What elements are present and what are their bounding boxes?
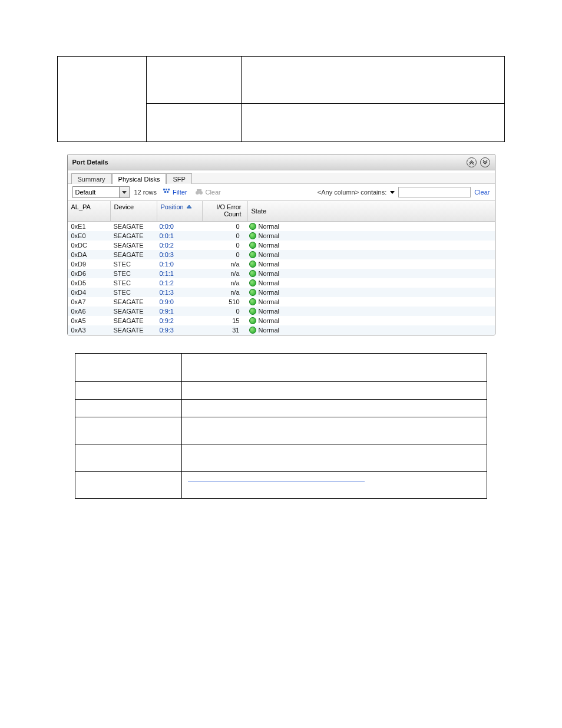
doc-table2-r1c1 [182, 382, 487, 400]
cell-state: Normal [246, 232, 294, 239]
cell-io-error: 510 [201, 298, 246, 305]
col-header-position[interactable]: Position [157, 201, 203, 221]
tab-summary[interactable]: Summary [71, 173, 112, 184]
cell-position[interactable]: 0:1:2 [156, 279, 201, 286]
cell-position[interactable]: 0:9:1 [156, 308, 201, 315]
cell-state: Normal [246, 242, 294, 249]
cell-state: Normal [246, 298, 294, 305]
state-text: Normal [259, 289, 279, 296]
state-text: Normal [259, 232, 279, 239]
table-row[interactable]: 0xA7SEAGATE0:9:0510Normal [68, 297, 495, 307]
cell-io-error: 0 [201, 251, 246, 258]
state-text: Normal [259, 279, 279, 286]
preset-dropdown[interactable] [72, 186, 130, 198]
search-clear-link[interactable]: Clear [474, 189, 490, 196]
cell-position[interactable]: 0:0:2 [156, 242, 201, 249]
cell-position[interactable]: 0:9:0 [156, 298, 201, 305]
table-row[interactable]: 0xA3SEAGATE0:9:331Normal [68, 325, 495, 335]
cell-state: Normal [246, 223, 294, 230]
doc-table1-r0c0 [58, 57, 147, 142]
cell-position[interactable]: 0:1:3 [156, 289, 201, 296]
grid-header: AL_PA Device Position I/O Error Count St… [68, 201, 495, 222]
table-row[interactable]: 0xA6SEAGATE0:9:10Normal [68, 307, 495, 316]
clear-filter-button: Clear [195, 189, 220, 196]
cell-io-error: 31 [201, 327, 246, 334]
sort-ascending-icon [186, 203, 192, 209]
cell-alpa: 0xD4 [68, 289, 110, 296]
status-normal-icon [249, 308, 256, 315]
svg-rect-7 [197, 189, 201, 192]
cell-alpa: 0xA3 [68, 327, 110, 334]
table-row[interactable]: 0xD9STEC0:1:0n/aNormal [68, 259, 495, 269]
filter-icon [163, 188, 171, 196]
collapse-up-icon[interactable] [467, 157, 477, 167]
cell-alpa: 0xDC [68, 242, 110, 249]
state-text: Normal [259, 251, 279, 258]
doc-table2-r5c1 [182, 472, 487, 499]
cell-state: Normal [246, 308, 294, 315]
cell-state: Normal [246, 261, 294, 268]
search-scope-dropdown[interactable] [390, 189, 395, 196]
status-normal-icon [249, 242, 256, 249]
state-text: Normal [259, 317, 279, 324]
panel-header: Port Details [68, 154, 495, 170]
cell-device: SEAGATE [110, 242, 156, 249]
cell-position[interactable]: 0:0:0 [156, 223, 201, 230]
table-row[interactable]: 0xE1SEAGATE0:0:00Normal [68, 222, 495, 231]
doc-table2-r1c0 [75, 382, 182, 400]
cell-position[interactable]: 0:1:0 [156, 261, 201, 268]
expand-down-icon[interactable] [480, 157, 490, 167]
binoculars-icon [195, 189, 203, 196]
filter-button[interactable]: Filter [163, 188, 187, 196]
status-normal-icon [249, 289, 256, 296]
table-row[interactable]: 0xDASEAGATE0:0:30Normal [68, 250, 495, 259]
cell-io-error: 0 [201, 223, 246, 230]
table-row[interactable]: 0xE0SEAGATE0:0:10Normal [68, 231, 495, 241]
cell-state: Normal [246, 270, 294, 277]
cell-position[interactable]: 0:9:3 [156, 327, 201, 334]
table-row[interactable]: 0xA5SEAGATE0:9:215Normal [68, 316, 495, 325]
cell-device: SEAGATE [110, 251, 156, 258]
status-normal-icon [249, 279, 256, 286]
doc-table2-r3c1 [182, 417, 487, 444]
search-input[interactable] [398, 187, 471, 197]
tab-sfp[interactable]: SFP [166, 173, 191, 184]
col-header-state[interactable]: State [248, 201, 296, 221]
cell-alpa: 0xE1 [68, 223, 110, 230]
col-header-alpa[interactable]: AL_PA [68, 201, 111, 221]
col-header-device[interactable]: Device [111, 201, 157, 221]
cell-io-error: 0 [201, 308, 246, 315]
cell-io-error: 0 [201, 242, 246, 249]
cell-device: SEAGATE [110, 298, 156, 305]
status-normal-icon [249, 298, 256, 305]
doc-table2-r0c1 [182, 354, 487, 382]
state-text: Normal [259, 261, 279, 268]
cell-alpa: 0xDA [68, 251, 110, 258]
cell-position[interactable]: 0:9:2 [156, 317, 201, 324]
status-normal-icon [249, 270, 256, 277]
cell-state: Normal [246, 279, 294, 286]
tab-physical-disks[interactable]: Physical Disks [112, 173, 167, 184]
preset-input[interactable] [73, 187, 119, 197]
cell-device: STEC [110, 270, 156, 277]
doc-table2-r2c0 [75, 400, 182, 417]
cell-alpa: 0xA7 [68, 298, 110, 305]
cell-position[interactable]: 0:0:1 [156, 232, 201, 239]
cell-position[interactable]: 0:0:3 [156, 251, 201, 258]
table-row[interactable]: 0xD4STEC0:1:3n/aNormal [68, 288, 495, 297]
table-row[interactable]: 0xD6STEC0:1:1n/aNormal [68, 269, 495, 278]
status-normal-icon [249, 223, 256, 230]
svg-rect-3 [164, 191, 166, 193]
status-normal-icon [249, 261, 256, 268]
status-normal-icon [249, 317, 256, 324]
col-header-io-error[interactable]: I/O Error Count [203, 201, 248, 221]
cell-alpa: 0xD5 [68, 279, 110, 286]
table-row[interactable]: 0xDCSEAGATE0:0:20Normal [68, 241, 495, 250]
table-row[interactable]: 0xD5STEC0:1:2n/aNormal [68, 278, 495, 288]
state-text: Normal [259, 308, 279, 315]
tab-strip: Summary Physical Disks SFP [71, 173, 495, 183]
cell-position[interactable]: 0:1:1 [156, 270, 201, 277]
state-text: Normal [259, 298, 279, 305]
dropdown-icon[interactable] [119, 187, 129, 197]
cell-device: SEAGATE [110, 317, 156, 324]
